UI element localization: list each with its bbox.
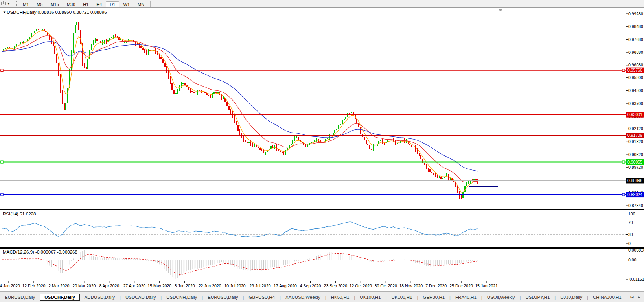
svg-text:0.97680: 0.97680 — [628, 37, 643, 42]
price-badge-0.93001: 0.93001 — [626, 112, 644, 118]
svg-text:0.88896: 0.88896 — [627, 178, 642, 183]
tab-usoil-weekly[interactable]: USOil,Weekly — [482, 294, 520, 301]
tab-audusd-daily[interactable]: AUDUSD,Daily — [80, 294, 120, 301]
tab-gbpusd-h4[interactable]: GBPUSD,H4 — [244, 294, 280, 301]
svg-text:30: 30 — [628, 232, 633, 237]
horizontal-line-0.95766 — [0, 69, 626, 72]
price-badge-0.90055: 0.90055 — [626, 159, 644, 165]
tab-scroll-arrows: ◄ ► — [631, 295, 644, 299]
tab-eurusd-daily[interactable]: EURUSD,Daily — [203, 294, 243, 301]
tab-ger30-h1[interactable]: GER30,H1 — [418, 294, 449, 301]
price-badge-0.88024: 0.88024 — [626, 192, 644, 197]
tab-usdjpy-h1[interactable]: USDJPY,H1 — [521, 294, 555, 301]
svg-text:17 Aug 2020: 17 Aug 2020 — [274, 284, 297, 288]
chart-canvas[interactable]: 0.992800.984800.976800.968800.960800.953… — [0, 0, 644, 302]
svg-text:10 Jul 2020: 10 Jul 2020 — [224, 284, 245, 288]
chart-title: ▼ USDCHF,Daily 0.88836 0.88950 0.88721 0… — [3, 10, 107, 15]
svg-text:8 Apr 2020: 8 Apr 2020 — [99, 284, 119, 288]
svg-text:0.93001: 0.93001 — [627, 112, 642, 117]
price-badge-0.95766: 0.95766 — [626, 68, 644, 73]
shift-marker-icon — [498, 9, 503, 11]
tab-usdcnh-daily[interactable]: USDCNH,Daily — [162, 294, 202, 301]
svg-text:0.95300: 0.95300 — [628, 75, 643, 80]
svg-text:30 Oct 2020: 30 Oct 2020 — [375, 284, 397, 288]
tab-eurusd-daily[interactable]: EURUSD,Daily — [0, 294, 40, 301]
tab-xauusd-weekly[interactable]: XAUUSD,Weekly — [281, 294, 325, 301]
tab-usdcad-daily[interactable]: USDCAD,Daily — [121, 294, 160, 301]
svg-text:15 Jan 2021: 15 Jan 2021 — [475, 284, 498, 288]
price-badge-0.91709: 0.91709 — [626, 133, 644, 138]
svg-text:100: 100 — [628, 212, 635, 216]
svg-text:27 Apr 2020: 27 Apr 2020 — [123, 284, 145, 288]
rsi-layer: 10070300 — [0, 210, 635, 247]
tab-usdchf-daily[interactable]: USDCHF,Daily — [40, 294, 79, 301]
svg-text:0.94500: 0.94500 — [628, 88, 643, 93]
svg-text:0.005818: 0.005818 — [628, 248, 644, 252]
date-axis: 24 Jan 202012 Feb 20202 Mar 202020 Mar 2… — [0, 281, 498, 288]
svg-text:23 Sep 2020: 23 Sep 2020 — [324, 284, 348, 288]
tab-china300-h1[interactable]: CHINA300,H1 — [588, 294, 626, 301]
tab-dj30-daily[interactable]: DJ30,Daily — [556, 294, 587, 301]
svg-text:7 Dec 2020: 7 Dec 2020 — [425, 284, 447, 288]
svg-text:0.96880: 0.96880 — [628, 50, 643, 55]
svg-text:0.87340: 0.87340 — [628, 203, 643, 208]
rsi-indicator-label: RSI(14) 51.6228 — [3, 212, 36, 216]
horizontal-line-0.88024 — [0, 193, 626, 196]
svg-text:70: 70 — [628, 220, 633, 225]
tab-fra40-h1[interactable]: FRA40,H1 — [451, 294, 481, 301]
svg-text:0.91320: 0.91320 — [628, 139, 643, 144]
svg-text:22 Jun 2020: 22 Jun 2020 — [199, 284, 221, 288]
chart-symbol: USDCHF,Daily — [7, 10, 36, 15]
chart-tabs: EURUSD,DailyUSDCHF,DailyAUDUSD,Daily|USD… — [0, 294, 626, 301]
svg-text:0.89720: 0.89720 — [628, 165, 643, 169]
tab-uk100-h1[interactable]: UK100,H1 — [355, 294, 385, 301]
svg-text:4 Sep 2020: 4 Sep 2020 — [300, 284, 321, 288]
tab-scroll-left-icon[interactable]: ◄ — [631, 295, 634, 299]
svg-text:20 Mar 2020: 20 Mar 2020 — [72, 284, 96, 288]
svg-text:0.88024: 0.88024 — [627, 192, 642, 197]
horizontal-line-0.90055 — [0, 161, 626, 163]
svg-text:29 Jul 2020: 29 Jul 2020 — [249, 284, 270, 288]
svg-text:24 Jan 2020: 24 Jan 2020 — [0, 284, 20, 288]
svg-text:0.00: 0.00 — [628, 258, 637, 262]
svg-text:-0.011514: -0.011514 — [628, 277, 644, 282]
svg-text:0.93700: 0.93700 — [628, 101, 643, 106]
ma-line-medium — [2, 36, 478, 182]
svg-text:0.95766: 0.95766 — [627, 68, 642, 72]
svg-text:0.98480: 0.98480 — [628, 24, 643, 29]
tab-overflow-clipped[interactable]: U — [626, 294, 631, 301]
svg-text:18 Nov 2020: 18 Nov 2020 — [399, 284, 423, 288]
svg-text:3 Jun 2020: 3 Jun 2020 — [175, 284, 195, 288]
chart-ohlc: 0.88836 0.88950 0.88721 0.88896 — [38, 10, 107, 15]
svg-text:12 Oct 2020: 12 Oct 2020 — [350, 284, 372, 288]
svg-text:0.99280: 0.99280 — [628, 11, 643, 16]
svg-text:0.90520: 0.90520 — [628, 152, 643, 157]
macd-indicator-label: MACD(12,26,9) -0.000067 -0.000268 — [3, 250, 77, 254]
svg-text:25 Dec 2020: 25 Dec 2020 — [449, 284, 473, 288]
chart-tab-bar: EURUSD,DailyUSDCHF,DailyAUDUSD,Daily|USD… — [0, 291, 644, 302]
price-badge-0.88896: 0.88896 — [626, 178, 644, 183]
svg-text:0.92120: 0.92120 — [628, 126, 643, 131]
svg-text:12 Feb 2020: 12 Feb 2020 — [22, 284, 45, 288]
svg-text:0.90055: 0.90055 — [627, 160, 642, 164]
svg-text:0.96080: 0.96080 — [628, 63, 643, 67]
svg-text:2 Mar 2020: 2 Mar 2020 — [48, 284, 69, 288]
macd-layer: 0.0058180.00-0.011514 — [0, 248, 644, 282]
svg-text:0.91709: 0.91709 — [627, 133, 642, 138]
svg-text:0: 0 — [628, 241, 631, 246]
svg-text:15 May 2020: 15 May 2020 — [147, 284, 171, 288]
tab-scroll-right-icon[interactable]: ► — [637, 295, 641, 299]
chart-title-caret-icon: ▼ — [3, 11, 7, 14]
tab-uk100-h1[interactable]: UK100,H1 — [386, 294, 417, 301]
tab-hk50-h1[interactable]: HK50,H1 — [326, 294, 354, 301]
